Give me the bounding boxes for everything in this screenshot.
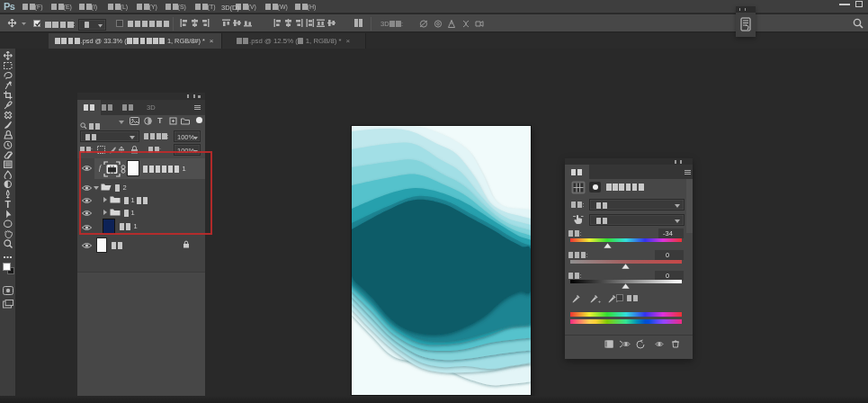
svg-text:+: +	[598, 299, 601, 303]
svg-text:T: T	[5, 200, 12, 209]
